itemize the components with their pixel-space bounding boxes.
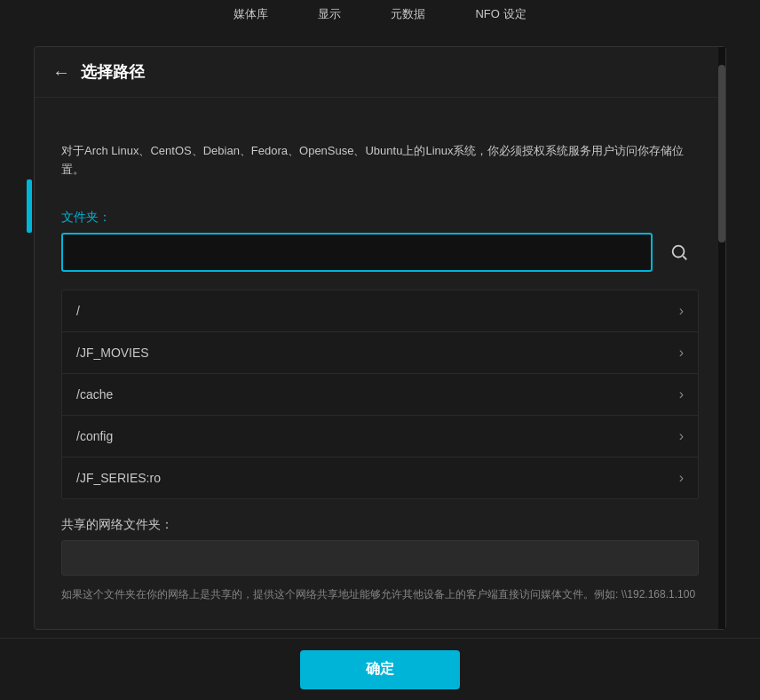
top-nav: 媒体库 显示 元数据 NFO 设定 [0, 0, 760, 28]
bottom-bar: 确定 [0, 638, 760, 700]
file-item-jf-series[interactable]: /JF_SERIES:ro › [62, 457, 698, 498]
file-item-arrow: › [679, 428, 684, 444]
network-info-text: 如果这个文件夹在你的网络上是共享的，提供这个网络共享地址能够允许其他设备上的客户… [61, 586, 699, 602]
confirm-button[interactable]: 确定 [300, 650, 460, 689]
file-item-arrow: › [679, 386, 684, 402]
search-button[interactable] [660, 233, 699, 272]
file-item-cache[interactable]: /cache › [62, 374, 698, 416]
left-accent-bar [27, 179, 32, 233]
file-item-path: /cache [76, 387, 113, 402]
file-list: / › /JF_MOVIES › /cache › /config › [61, 290, 699, 499]
file-item-path: /JF_SERIES:ro [76, 471, 161, 485]
dialog-header: ← 选择路径 [35, 47, 725, 98]
folder-label: 文件夹： [61, 210, 699, 226]
svg-point-0 [673, 245, 685, 257]
info-text: 对于Arch Linux、CentOS、Debian、Fedora、OpenSu… [61, 133, 699, 188]
nav-item-display[interactable]: 显示 [311, 3, 348, 26]
file-item-arrow: › [679, 470, 684, 486]
file-item-jf-movies[interactable]: /JF_MOVIES › [62, 332, 698, 374]
nav-item-library[interactable]: 媒体库 [226, 3, 275, 26]
folder-input-row [61, 233, 699, 272]
file-item-root[interactable]: / › [62, 290, 698, 332]
network-label: 共享的网络文件夹： [61, 517, 699, 533]
content-area: ← 选择路径 对于Arch Linux、CentOS、Debian、Fedora… [0, 28, 760, 638]
file-item-config[interactable]: /config › [62, 416, 698, 457]
dialog-box: ← 选择路径 对于Arch Linux、CentOS、Debian、Fedora… [34, 46, 726, 630]
scrollbar[interactable] [718, 47, 725, 629]
app-window: 媒体库 显示 元数据 NFO 设定 ← 选择路径 对于Arch Linux、Ce… [0, 0, 760, 700]
file-item-arrow: › [679, 303, 684, 319]
nav-item-nfo[interactable]: NFO 设定 [468, 3, 533, 26]
file-item-path: /config [76, 429, 113, 443]
folder-input[interactable] [61, 233, 653, 272]
dialog-title: 选择路径 [81, 61, 145, 83]
network-input[interactable] [61, 540, 699, 576]
search-icon [669, 243, 689, 262]
file-item-path: / [76, 304, 80, 318]
file-item-arrow: › [679, 345, 684, 361]
dialog-content: 对于Arch Linux、CentOS、Debian、Fedora、OpenSu… [35, 98, 725, 620]
back-button[interactable]: ← [52, 62, 70, 83]
nav-item-metadata[interactable]: 元数据 [384, 3, 432, 26]
scrollbar-thumb[interactable] [718, 65, 725, 243]
svg-line-1 [683, 256, 686, 259]
file-item-path: /JF_MOVIES [76, 346, 149, 360]
